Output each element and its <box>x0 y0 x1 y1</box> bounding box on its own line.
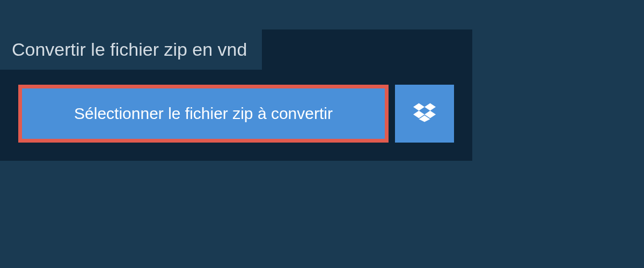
select-file-button[interactable]: Sélectionner le fichier zip à convertir <box>18 85 389 143</box>
title-text: Convertir le fichier zip en vnd <box>12 39 247 59</box>
button-container: Sélectionner le fichier zip à convertir <box>0 70 472 161</box>
dropbox-button[interactable] <box>395 85 454 143</box>
converter-panel: Convertir le fichier zip en vnd Sélectio… <box>0 29 472 161</box>
select-file-label: Sélectionner le fichier zip à convertir <box>74 105 333 123</box>
dropbox-icon <box>413 101 436 126</box>
page-title: Convertir le fichier zip en vnd <box>0 29 262 70</box>
